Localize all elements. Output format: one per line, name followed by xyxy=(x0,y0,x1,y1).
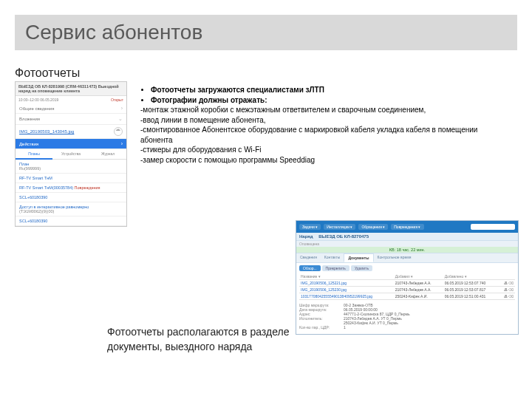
page-title: Сервис абонентов xyxy=(25,21,202,44)
dash-5: -замер скорости с помощью программы Spee… xyxy=(140,155,488,166)
section-heading: Фотоотчеты xyxy=(15,66,80,80)
mobile-status: Открыт xyxy=(111,98,123,102)
list-sub: Ru(999999) xyxy=(19,166,123,171)
title-bar: Сервис абонентов xyxy=(15,15,517,50)
mobile-info-label: Общие сведения xyxy=(19,106,121,111)
bullet-2: Фотографии должны отражать: xyxy=(151,96,267,104)
delete-button[interactable]: Удалить xyxy=(351,265,372,271)
attach-button[interactable]: Прикрепить xyxy=(322,265,349,271)
dash-3: -смонтированное Абонентское оборудование… xyxy=(140,125,488,145)
tab-control-time[interactable]: Контрольное время xyxy=(374,253,415,262)
doc-author: 210743-Лебедев А.А. xyxy=(394,280,443,287)
doc-date: 06.05.2019 12:51:00.431 xyxy=(443,293,499,300)
menu-install[interactable]: Инсталляции ▾ xyxy=(324,224,355,230)
mobile-tabs: Планы Устройства Журнал xyxy=(16,149,126,160)
dash-1: -монтаж этажной коробки с межэтажным отв… xyxy=(140,105,488,115)
tab-details[interactable]: Сведения xyxy=(296,253,321,262)
mobile-attachment-name: IMG_20190503_143045.jpg xyxy=(19,129,74,134)
chevron-down-icon: ⌄ xyxy=(118,116,123,122)
search-input[interactable] xyxy=(471,224,515,230)
doc-name[interactable]: 10317708042555549013840952199925.jpg xyxy=(299,293,394,300)
doc-toolbar: Обзор... Прикрепить Удалить xyxy=(299,265,515,271)
bullet-block: Фотоотчеты загружаются специалистами зЛТ… xyxy=(140,85,488,165)
order-status: Оповещена xyxy=(296,241,518,247)
order-label: Наряд xyxy=(299,234,313,239)
row-actions-icon[interactable]: 🖶 ⌫ xyxy=(499,280,515,287)
browse-button[interactable]: Обзор... xyxy=(299,265,321,271)
desktop-body: Обзор... Прикрепить Удалить Название ▾ Д… xyxy=(296,263,518,334)
desktop-topbar: Задачи ▾ Инсталляции ▾ Обращения ▾ Повре… xyxy=(296,221,518,233)
mobile-title: ВЫЕЗД ОБ КЛ-8281998 (CRM-46311473) Выезд… xyxy=(16,82,126,96)
mobile-row-info[interactable]: Общие сведения › xyxy=(16,103,126,114)
dash-2: -ввод линии в помещение абонента, xyxy=(140,115,488,126)
desktop-screenshot: Задачи ▾ Инсталляции ▾ Обращения ▾ Повре… xyxy=(296,220,519,335)
table-row[interactable]: IMG_20190506_125230.jpg 210743-Лебедев А… xyxy=(299,287,515,293)
doc-date: 06.05.2019 12:53:07.817 xyxy=(443,287,499,293)
row-actions-icon[interactable]: 🖶 ⌫ xyxy=(499,287,515,293)
col-author[interactable]: Добавил ▾ xyxy=(394,273,443,280)
mobile-tab-devices[interactable]: Устройства xyxy=(52,149,89,160)
meta-key: Кол-во пар., ЦДР: xyxy=(299,325,344,330)
list-item[interactable]: RF-TV Smart ТнМ xyxy=(16,174,126,183)
doc-author: 250243-Кифяк А.И. xyxy=(394,293,443,300)
col-name[interactable]: Название ▾ xyxy=(299,273,394,280)
doc-date: 06.05.2019 12:53:07.740 xyxy=(443,280,499,287)
doc-author: 210743-Лебедев А.А. xyxy=(394,287,443,293)
mobile-screenshot: ВЫЕЗД ОБ КЛ-8281998 (CRM-46311473) Выезд… xyxy=(15,81,127,227)
list-item[interactable]: Доступ в интерактивное равномерно (ТЭ1М0… xyxy=(16,202,126,216)
table-header-row: Название ▾ Добавил ▾ Добавлено ▾ xyxy=(299,273,515,280)
mobile-att-label: Вложения xyxy=(19,117,118,121)
meta-val: 250243-Кифяк А.И. УТ 0_Пермь xyxy=(344,321,398,325)
meta-val: 1 xyxy=(344,325,346,330)
doc-name[interactable]: IMG_20190506_125221.jpg xyxy=(299,280,394,287)
cloud-icon[interactable] xyxy=(114,127,123,136)
mobile-attachment-item[interactable]: IMG_20190503_143045.jpg xyxy=(16,125,126,139)
col-date[interactable]: Добавлено ▾ xyxy=(443,273,499,280)
menu-requests[interactable]: Обращения ▾ xyxy=(358,224,388,230)
list-item[interactable]: SCL+60180390 xyxy=(16,216,126,226)
menu-damage[interactable]: Повреждения ▾ xyxy=(391,224,423,230)
chevron-right-icon: › xyxy=(121,106,123,111)
order-header: Наряд ВЫЕЗД ОБ КЛ-8270475 xyxy=(296,233,518,241)
chevron-right-icon: › xyxy=(121,141,123,146)
table-row[interactable]: 10317708042555549013840952199925.jpg 250… xyxy=(299,293,515,300)
mobile-actions-label: Действия xyxy=(19,142,121,146)
mobile-row-actions[interactable]: Действия › xyxy=(16,139,126,149)
dash-4: -стикеры для оборудования с Wi-Fi xyxy=(140,145,488,155)
order-meta: Шифр маршрута:00-2 Заявка-ОТВ Дата маршр… xyxy=(299,303,515,330)
table-row[interactable]: IMG_20190506_125221.jpg 210743-Лебедев А… xyxy=(299,280,515,287)
menu-tasks[interactable]: Задачи ▾ xyxy=(299,224,321,230)
mobile-subtitle: 10:00–12:00 06.05.2019 Открыт xyxy=(16,96,126,103)
tab-documents[interactable]: Документы xyxy=(344,253,373,262)
mobile-row-attachments[interactable]: Вложения ⌄ xyxy=(16,114,126,125)
mobile-tab-plans[interactable]: Планы xyxy=(16,149,52,160)
doc-name[interactable]: IMG_20190506_125230.jpg xyxy=(299,287,394,293)
documents-table: Название ▾ Добавил ▾ Добавлено ▾ IMG_201… xyxy=(299,273,515,300)
slide-root: Сервис абонентов Фотоотчеты Фотоотчеты з… xyxy=(0,0,532,399)
list-item[interactable]: SCL+60180390 xyxy=(16,193,126,202)
bullet-1: Фотоотчеты загружаются специалистами зЛТ… xyxy=(151,86,324,94)
row-actions-icon[interactable]: 🖶 ⌫ xyxy=(499,293,515,300)
desktop-tabs: Сведения Контакты Документы Контрольное … xyxy=(296,253,518,263)
tab-contacts[interactable]: Контакты xyxy=(321,253,344,262)
list-item[interactable]: План Ru(999999) xyxy=(16,160,126,174)
list-link: RF-TV Smart ТнМ(00035784) xyxy=(19,185,73,190)
list-item[interactable]: RF-TV Smart ТнМ(00035784) Повреждения xyxy=(16,183,126,193)
mobile-tab-log[interactable]: Журнал xyxy=(89,149,126,160)
warning-label: Повреждения xyxy=(75,185,100,190)
mobile-time: 10:00–12:00 06.05.2019 xyxy=(18,98,58,102)
kv-badge: КВ: 18 час. 22 мин. xyxy=(296,247,518,253)
list-sub: (ТЭ1М0062)(9)(00) xyxy=(19,209,123,214)
bottom-caption: Фотоотчеты располагаются в разделе докум… xyxy=(107,325,299,354)
order-id: ВЫЕЗД ОБ КЛ-8270475 xyxy=(318,234,369,239)
mobile-list: План Ru(999999) RF-TV Smart ТнМ RF-TV Sm… xyxy=(16,160,126,226)
